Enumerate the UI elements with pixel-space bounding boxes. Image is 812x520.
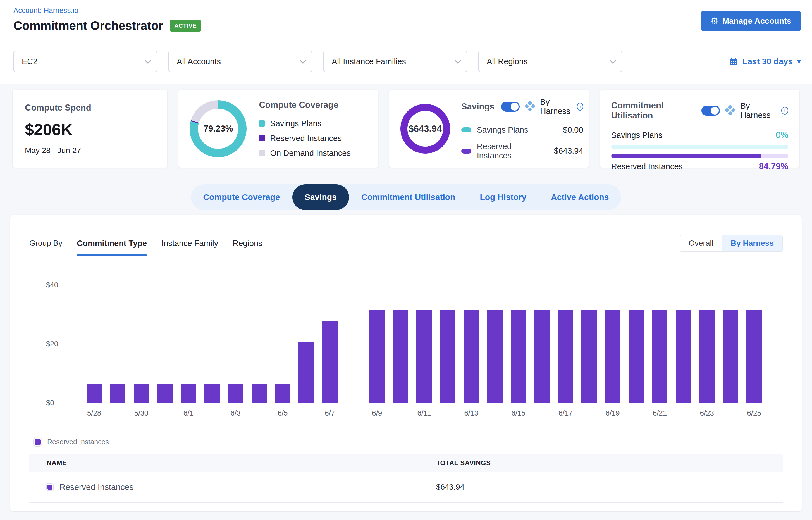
bar-6/18[interactable]	[581, 310, 597, 403]
bar-5/31[interactable]	[157, 384, 173, 403]
bar-6/13[interactable]	[464, 310, 479, 403]
savings-title: Savings	[461, 102, 495, 112]
tab-commitment-utilisation[interactable]: Commitment Utilisation	[349, 184, 468, 210]
bar-6/16[interactable]	[534, 310, 550, 403]
bar-slot-6/23	[695, 310, 719, 403]
tab-savings[interactable]: Savings	[292, 184, 349, 210]
section-tabs: Compute CoverageSavingsCommitment Utilis…	[0, 184, 812, 210]
bar-slot-6/7	[318, 321, 341, 403]
compute-coverage-donut: 79.23%	[190, 100, 246, 157]
view-option-overall[interactable]: Overall	[680, 235, 722, 251]
bar-6/22[interactable]	[676, 310, 691, 403]
bar-6/19[interactable]	[605, 310, 621, 403]
compute-spend-title: Compute Spend	[25, 103, 156, 113]
bar-6/15[interactable]	[511, 310, 526, 403]
bar-slot-6/2	[200, 384, 224, 403]
bar-slot-6/5	[271, 384, 294, 403]
bar-slot-6/11	[413, 310, 436, 403]
bar-6/2[interactable]	[204, 384, 220, 403]
service-filter-value: EC2	[22, 57, 37, 66]
savings-breakdown: Savings Plans $0.00 Reserved Instances $…	[461, 125, 583, 160]
utilisation-by-harness-toggle[interactable]	[701, 106, 720, 115]
bar-6/21[interactable]	[652, 310, 667, 403]
info-icon[interactable]: i	[781, 107, 788, 114]
savings-by-harness-toggle[interactable]	[501, 102, 520, 112]
utilisation-by-harness-label: By Harness	[740, 101, 777, 120]
x-tick-6/13: 6/13	[460, 409, 483, 418]
bar-slot-6/4	[247, 384, 271, 403]
x-tick-5/29	[106, 409, 129, 418]
table-header-name: NAME	[29, 459, 436, 467]
bar-6/25[interactable]	[746, 310, 762, 403]
x-tick-6/22	[672, 409, 695, 418]
bar-6/23[interactable]	[699, 310, 714, 403]
bar-6/11[interactable]	[416, 310, 432, 403]
x-tick-6/15: 6/15	[506, 409, 530, 418]
group-by-instance-family[interactable]: Instance Family	[161, 239, 218, 248]
info-icon[interactable]: i	[577, 103, 583, 111]
bar-6/1[interactable]	[181, 384, 196, 403]
bar-6/14[interactable]	[487, 310, 503, 403]
bar-slot-6/14	[483, 310, 506, 403]
x-tick-6/23: 6/23	[695, 409, 719, 418]
instance-families-filter[interactable]: All Instance Families	[323, 51, 467, 72]
manage-accounts-button[interactable]: ⚙ Manage Accounts	[701, 10, 801, 31]
chart-legend[interactable]: Reserved Instances	[29, 438, 783, 446]
compute-coverage-title: Compute Coverage	[259, 100, 351, 110]
group-by-commitment-type[interactable]: Commitment Type	[77, 239, 147, 248]
savings-table: NAME TOTAL SAVINGS Reserved Instances $6…	[29, 454, 783, 503]
bar-6/20[interactable]	[629, 310, 644, 403]
x-tick-6/17: 6/17	[554, 409, 577, 418]
x-tick-6/21: 6/21	[648, 409, 672, 418]
account-link[interactable]: Account: Harness.io	[14, 6, 201, 15]
legend-swatch	[259, 135, 265, 141]
x-tick-6/14	[483, 409, 506, 418]
summary-cards: Compute Spend $206K May 28 - Jun 27 79.2…	[0, 84, 812, 167]
bar-6/5[interactable]	[275, 384, 290, 403]
instance-families-filter-value: All Instance Families	[332, 57, 406, 66]
row-legend-chip	[47, 484, 53, 490]
bar-6/6[interactable]	[298, 342, 314, 403]
bar-5/28[interactable]	[86, 384, 102, 403]
bar-6/12[interactable]	[440, 310, 455, 403]
group-by-label: Group By	[29, 239, 62, 248]
commitment-utilisation-card: Commitment Utilisation By Harness i Savi…	[600, 90, 800, 167]
tab-active-actions[interactable]: Active Actions	[539, 184, 621, 210]
row-total-savings: $643.94	[436, 483, 464, 491]
calendar-icon	[729, 57, 738, 66]
regions-filter[interactable]: All Regions	[478, 51, 622, 72]
bar-6/10[interactable]	[393, 310, 408, 403]
group-by-bar: Group By Commitment TypeInstance FamilyR…	[29, 239, 262, 248]
bar-slot-6/20	[624, 310, 648, 403]
bar-5/29[interactable]	[110, 384, 125, 403]
bar-slot-6/12	[436, 310, 459, 403]
table-header-total-savings: TOTAL SAVINGS	[436, 459, 783, 467]
bar-6/3[interactable]	[228, 384, 243, 403]
bar-5/30[interactable]	[134, 384, 149, 403]
bar-6/9[interactable]	[369, 310, 385, 403]
coverage-legend-item: Reserved Instances	[259, 134, 351, 143]
y-tick-$40: $40	[46, 281, 77, 289]
savings-by-harness-label: By Harness	[540, 98, 572, 116]
bar-slot-6/22	[672, 310, 695, 403]
compute-spend-amount: $206K	[25, 120, 156, 139]
bar-6/4[interactable]	[252, 384, 267, 403]
savings-card: $643.94 Savings By Harness i Savings Pla…	[389, 90, 589, 167]
table-row[interactable]: Reserved Instances $643.94	[29, 472, 783, 503]
manage-accounts-label: Manage Accounts	[723, 17, 791, 26]
bar-6/17[interactable]	[558, 310, 573, 403]
tab-log-history[interactable]: Log History	[467, 184, 539, 210]
savings-donut: $643.94	[400, 104, 450, 154]
group-by-regions[interactable]: Regions	[233, 239, 262, 248]
service-filter[interactable]: EC2	[14, 51, 157, 72]
bar-6/24[interactable]	[723, 310, 738, 403]
bar-6/7[interactable]	[322, 321, 338, 403]
accounts-filter[interactable]: All Accounts	[168, 51, 312, 72]
tab-compute-coverage[interactable]: Compute Coverage	[191, 184, 292, 210]
bar-slot-6/17	[554, 310, 577, 403]
date-range-picker[interactable]: Last 30 days ▾	[729, 57, 801, 66]
bar-slot-6/16	[530, 310, 554, 403]
legend-swatch	[259, 150, 265, 156]
view-option-by-harness[interactable]: By Harness	[722, 235, 782, 251]
bar-slot-6/19	[601, 310, 624, 403]
